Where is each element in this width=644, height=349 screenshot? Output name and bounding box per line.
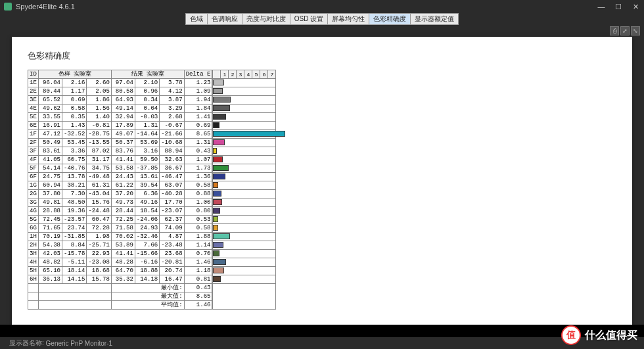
bar-row	[213, 258, 276, 267]
window-controls: — ☐ ✕	[597, 3, 640, 11]
window-title: Spyder4Elite 4.6.1	[16, 3, 597, 11]
table-row: 2G37.807.30-43.0437.206.36-40.280.88	[28, 190, 212, 198]
bar-row	[213, 216, 276, 224]
tab-0[interactable]: 色域	[185, 13, 208, 25]
bar-row	[213, 156, 276, 164]
tab-4[interactable]: 屏幕均匀性	[328, 13, 369, 25]
tab-bar: 色域色调响应亮度与对比度OSD 设置屏幕均匀性色彩精确度显示器额定值	[0, 13, 644, 25]
bar-row	[213, 164, 276, 173]
bar-row	[213, 207, 276, 216]
table-row: 6H36.1314.1515.7835.3214.1816.470.81	[28, 275, 212, 284]
bar-row	[213, 79, 276, 87]
bar-row	[213, 122, 276, 130]
report-page: 色彩精确度 ID色样 实验室结果 实验室Delta E1E96.042.162.…	[12, 37, 632, 325]
toolbar-button-0[interactable]: ⎙	[610, 26, 619, 35]
page-heading: 色彩精确度	[28, 50, 616, 62]
table-row: 1H70.19-31.851.9870.02-32.464.871.88	[28, 233, 212, 241]
table-row: 4H48.82-5.11-23.0848.28-6.16-20.811.46	[28, 258, 212, 267]
watermark-badge: 值	[561, 325, 581, 345]
bar-row	[213, 224, 276, 233]
bar-row	[213, 96, 276, 105]
tab-5[interactable]: 色彩精确度	[369, 13, 411, 25]
table-row: 5F54.14-40.7634.7553.58-37.8536.671.73	[28, 164, 212, 173]
maximize-button[interactable]: ☐	[614, 3, 623, 11]
table-row: 1F47.12-32.52-28.7549.07-14.64-21.668.65	[28, 130, 212, 139]
bar-row	[213, 241, 276, 250]
table-row: 6G71.6523.7472.2871.5824.9374.090.58	[28, 224, 212, 233]
bar-row	[213, 267, 276, 275]
table-row: 4E49.620.581.5649.140.043.291.84	[28, 105, 212, 113]
tab-6[interactable]: 显示器额定值	[411, 13, 459, 25]
bar-row	[213, 250, 276, 258]
table-row: 3E65.520.691.8664.930.343.871.94	[28, 96, 212, 105]
data-table: ID色样 实验室结果 实验室Delta E1E96.042.162.6097.0…	[28, 70, 212, 310]
bar-chart: 1234567	[212, 70, 276, 310]
bar-row	[213, 139, 276, 147]
bar-row	[213, 275, 276, 284]
status-label: 显示器名称:	[9, 338, 44, 348]
toolbar-button-1[interactable]: ⤢	[620, 26, 630, 35]
table-row: 5E33.550.351.4032.94-0.032.681.41	[28, 113, 212, 122]
window-titlebar: Spyder4Elite 4.6.1 — ☐ ✕	[0, 0, 644, 13]
table-row: 3H42.03-15.7822.9341.41-15.6623.680.70	[28, 250, 212, 258]
table-row: 6F24.7513.78-49.4824.4313.61-46.471.36	[28, 173, 212, 181]
table-row: 3G49.8148.5015.7649.7349.1617.701.00	[28, 198, 212, 207]
watermark: 值 什么值得买	[561, 325, 637, 345]
bar-row	[213, 87, 276, 96]
status-bar: 显示器名称: Generic PnP Monitor-1	[0, 337, 644, 349]
app-icon	[4, 3, 12, 11]
bar-row	[213, 173, 276, 181]
canvas-area: 色彩精确度 ID色样 实验室结果 实验室Delta E1E96.042.162.…	[0, 37, 644, 325]
bar-row	[213, 233, 276, 241]
table-row: 1E96.042.162.6097.042.103.781.23	[28, 79, 212, 87]
bar-row	[213, 181, 276, 190]
minimize-button[interactable]: —	[597, 3, 606, 11]
tab-3[interactable]: OSD 设置	[290, 13, 328, 25]
bar-row	[213, 105, 276, 113]
bar-row	[213, 190, 276, 198]
table-row: 1G60.9438.2161.3161.2239.5463.070.58	[28, 181, 212, 190]
bar-row	[213, 198, 276, 207]
watermark-text: 什么值得买	[585, 329, 637, 342]
table-row: 4G28.8819.36-24.4828.4418.54-23.070.80	[28, 207, 212, 216]
table-row: 6E16.911.43-0.8117.891.31-0.670.69	[28, 122, 212, 130]
data-grid: ID色样 实验室结果 实验室Delta E1E96.042.162.6097.0…	[28, 70, 616, 310]
tab-2[interactable]: 亮度与对比度	[242, 13, 290, 25]
table-row: 2H54.388.84-25.7153.897.66-23.481.14	[28, 241, 212, 250]
table-row: 5H65.1018.1418.6864.7018.8820.741.18	[28, 267, 212, 275]
table-row: 5G72.45-23.5760.4772.25-24.0662.370.53	[28, 216, 212, 224]
toolbar: ⎙⤢⤡	[0, 25, 644, 37]
table-row: 3F83.613.3687.0283.763.1688.940.43	[28, 147, 212, 156]
bar-row	[213, 113, 276, 122]
toolbar-button-2[interactable]: ⤡	[631, 26, 640, 35]
table-row: 4F41.0560.7531.1741.4159.5032.631.07	[28, 156, 212, 164]
table-row: 2E80.441.172.0580.580.964.121.09	[28, 87, 212, 96]
close-button[interactable]: ✕	[631, 3, 640, 11]
status-value: Generic PnP Monitor-1	[46, 340, 113, 347]
table-row: 2F50.4953.45-13.5550.3753.69-10.681.31	[28, 139, 212, 147]
bar-row	[213, 147, 276, 156]
bar-row	[213, 130, 276, 139]
tab-1[interactable]: 色调响应	[208, 13, 242, 25]
